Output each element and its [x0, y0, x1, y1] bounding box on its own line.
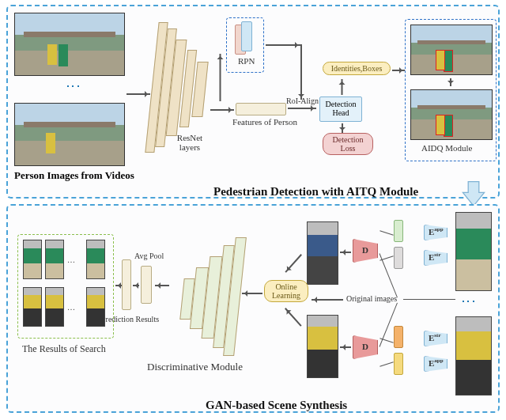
aidq-image-1	[410, 25, 493, 75]
e-str-label-1: Estr	[429, 252, 441, 262]
arrow-icon	[155, 285, 169, 286]
origline-right	[403, 299, 455, 300]
arrow-icon	[392, 70, 405, 71]
flow-arrow-icon	[460, 180, 487, 207]
resnet-label: ResNet layers	[166, 133, 213, 152]
rpn-label: RPN	[238, 56, 255, 66]
arrow-icon	[126, 93, 150, 95]
detection-loss-tag: Detection Loss	[323, 133, 373, 155]
arrow-icon	[312, 299, 343, 301]
feat-str-1	[394, 247, 403, 269]
arrow-icon	[242, 293, 262, 294]
results-label: The Results of Search	[22, 343, 106, 355]
aidq-image-2	[410, 89, 493, 140]
arrow-icon	[340, 252, 351, 253]
generated-crop-1	[307, 221, 338, 285]
online-learning-tag: Online Learning	[264, 280, 308, 302]
avgpool-block	[141, 266, 152, 304]
person-crop-2	[455, 316, 492, 395]
scene-image-content	[15, 104, 124, 165]
arrow-icon	[115, 285, 122, 286]
e-app-label-2: Eapp	[429, 358, 444, 368]
input-image-1	[14, 13, 125, 76]
feat-app-1	[394, 220, 403, 242]
arrow-icon	[285, 308, 301, 326]
arrow-icon	[285, 254, 301, 272]
vertical-ellipsis-icon: ⋮	[65, 79, 82, 93]
arrow-icon	[340, 346, 351, 348]
arrow-icon	[210, 109, 234, 111]
detection-head-block: Detection Head	[319, 96, 362, 122]
input-caption: Person Images from Videos	[14, 169, 134, 182]
features-label: Features of Person	[229, 117, 300, 127]
pedestrian-figure	[47, 44, 57, 65]
e-str-label-2: Estr	[429, 332, 441, 342]
input-image-2	[14, 103, 125, 166]
d-label-2: D	[362, 342, 368, 351]
aidq-label: AIDQ Module	[421, 143, 472, 153]
disc-module-label: Discriminative Module	[147, 361, 243, 373]
feat-str-2	[394, 326, 403, 348]
bottom-title: GAN-based Scene Synthesis	[206, 399, 347, 412]
person-crop-1	[455, 212, 492, 291]
scene-image-content	[15, 13, 124, 75]
rpn-block	[241, 21, 252, 51]
arrow-icon	[288, 108, 316, 109]
prediction-block	[122, 259, 131, 310]
avgpool-label: Avg Pool	[134, 252, 166, 260]
roi-align-label: RoI-Align	[286, 96, 319, 105]
crossline	[380, 230, 393, 236]
pedestrian-figure	[46, 133, 55, 153]
e-app-label-1: Eapp	[429, 226, 444, 236]
generated-crop-2	[307, 315, 338, 378]
top-panel: ⋮ Person Images from Videos ResNet layer…	[6, 5, 500, 199]
crossline	[380, 361, 393, 367]
feat-app-2	[394, 353, 403, 375]
bottom-panel: ⋮ Eapp Estr Estr Eapp D D Online Learnin…	[6, 204, 500, 413]
results-box: … …	[17, 234, 114, 339]
pedestrian-figure	[59, 44, 68, 66]
d-label-1: D	[362, 245, 368, 255]
aidq-module: AIDQ Module	[405, 19, 497, 161]
rpn-box: RPN	[226, 17, 264, 73]
arrow-icon	[220, 54, 221, 101]
arrow-icon	[266, 44, 300, 46]
original-images-label: Original images	[346, 294, 397, 303]
arrow-icon	[450, 78, 451, 86]
top-title: Pedestrian Detection with AITQ Module	[213, 185, 418, 199]
vertical-ellipsis-icon: ⋮	[460, 294, 478, 308]
arrow-icon	[342, 123, 343, 133]
arrow-icon	[133, 285, 139, 286]
identities-tag: Identities,Boxes	[323, 62, 391, 75]
features-block	[236, 103, 286, 115]
arrow-icon	[300, 44, 302, 100]
arrow-icon	[342, 79, 343, 95]
discriminative-tower	[171, 237, 242, 364]
